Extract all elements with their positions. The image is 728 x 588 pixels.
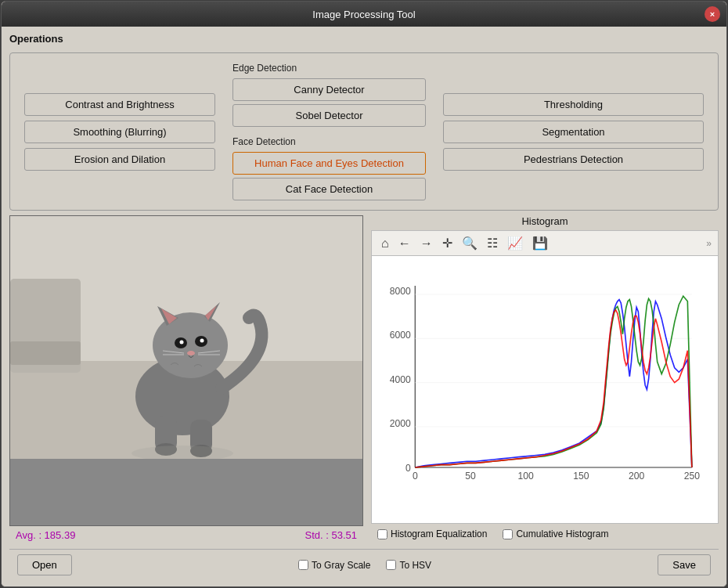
hist-chart-button[interactable]: 📈 — [504, 234, 526, 252]
svg-point-14 — [200, 339, 204, 343]
close-button[interactable]: × — [705, 6, 720, 22]
cat-face-button[interactable]: Cat Face Detection — [232, 178, 426, 200]
histogram-svg: 0 2000 4000 6000 8000 — [372, 256, 718, 523]
svg-point-13 — [180, 341, 184, 345]
histogram-toolbar: ⌂ ← → ✛ 🔍 ☷ 📈 💾 » — [371, 230, 719, 255]
hsv-option[interactable]: To HSV — [386, 560, 431, 571]
contrast-button[interactable]: Contrast and Brightness — [24, 93, 215, 116]
save-button[interactable]: Save — [658, 554, 711, 575]
std-stat: Std. : 53.51 — [305, 529, 358, 541]
footer-center: To Gray Scale To HSV — [80, 560, 651, 571]
hist-more: » — [706, 238, 712, 249]
svg-text:250: 250 — [684, 471, 701, 482]
window-title: Image Processing Tool — [312, 9, 415, 20]
cat-image-display — [10, 216, 362, 459]
histogram-label: Histogram — [371, 215, 719, 227]
svg-point-6 — [153, 312, 228, 378]
cat-svg — [10, 216, 362, 459]
hist-pan-button[interactable]: ✛ — [439, 234, 456, 252]
pedestrians-button[interactable]: Pedestrians Detection — [443, 148, 704, 171]
image-stats: Avg. : 185.39 Std. : 53.51 — [9, 526, 363, 544]
svg-text:50: 50 — [465, 471, 476, 482]
cumulative-option[interactable]: Cumulative Histogram — [503, 528, 608, 539]
hist-save-button[interactable]: 💾 — [529, 234, 551, 252]
histogram-section: Histogram ⌂ ← → ✛ 🔍 ☷ 📈 💾 » — [371, 215, 719, 544]
operations-label: Operations — [9, 33, 719, 45]
svg-text:200: 200 — [629, 471, 645, 482]
right-ops-column: Thresholding Segmentation Pedestrians De… — [437, 60, 710, 204]
hist-config-button[interactable]: ☷ — [484, 234, 501, 252]
smoothing-button[interactable]: Smoothing (Blurring) — [24, 121, 215, 143]
basic-ops-column: Contrast and Brightness Smoothing (Blurr… — [18, 60, 222, 204]
hsv-checkbox[interactable] — [386, 560, 396, 570]
equalization-option[interactable]: Histogram Equalization — [377, 528, 487, 539]
sobel-button[interactable]: Sobel Detector — [232, 104, 426, 127]
content-area: Operations Contrast and Brightness Smoot… — [2, 27, 726, 586]
cumulative-checkbox[interactable] — [503, 529, 513, 539]
canny-button[interactable]: Canny Detector — [232, 78, 426, 101]
svg-text:8000: 8000 — [390, 286, 411, 297]
svg-rect-4 — [10, 341, 81, 365]
image-section: Avg. : 185.39 Std. : 53.51 — [9, 215, 363, 544]
title-bar: Image Processing Tool × — [2, 2, 726, 27]
footer: Open To Gray Scale To HSV Save — [9, 549, 719, 580]
svg-rect-25 — [372, 277, 718, 502]
svg-text:0: 0 — [405, 463, 411, 474]
grayscale-checkbox[interactable] — [298, 560, 308, 570]
thresholding-button[interactable]: Thresholding — [443, 93, 704, 116]
histogram-chart: 0 2000 4000 6000 8000 — [371, 255, 719, 524]
detection-column: Edge Detection Canny Detector Sobel Dete… — [229, 60, 429, 204]
hist-forward-button[interactable]: → — [417, 235, 436, 252]
svg-text:6000: 6000 — [390, 330, 411, 341]
segmentation-button[interactable]: Segmentation — [443, 121, 704, 143]
edge-detection-label: Edge Detection — [232, 63, 426, 74]
svg-point-15 — [187, 351, 195, 355]
svg-text:0: 0 — [413, 471, 418, 482]
human-face-button[interactable]: Human Face and Eyes Detection — [232, 152, 426, 175]
hist-back-button[interactable]: ← — [395, 235, 414, 252]
erosion-button[interactable]: Erosion and Dilation — [24, 148, 215, 171]
avg-stat: Avg. : 185.39 — [16, 529, 75, 541]
face-detection-label: Face Detection — [232, 136, 426, 147]
svg-text:150: 150 — [573, 471, 589, 482]
svg-text:100: 100 — [518, 471, 535, 482]
hist-zoom-button[interactable]: 🔍 — [459, 234, 481, 252]
image-container — [9, 215, 363, 526]
hist-home-button[interactable]: ⌂ — [378, 235, 392, 252]
equalization-checkbox[interactable] — [377, 529, 387, 539]
operations-panel: Contrast and Brightness Smoothing (Blurr… — [9, 52, 719, 211]
grayscale-option[interactable]: To Gray Scale — [298, 560, 370, 571]
svg-text:4000: 4000 — [390, 374, 411, 385]
svg-text:2000: 2000 — [390, 418, 411, 429]
bottom-panel: Avg. : 185.39 Std. : 53.51 Histogram ⌂ ←… — [9, 215, 719, 544]
main-window: Image Processing Tool × Operations Contr… — [1, 1, 727, 587]
footer-right: Save — [658, 554, 711, 575]
footer-left: Open — [17, 554, 72, 575]
histogram-options: Histogram Equalization Cumulative Histog… — [371, 524, 719, 544]
open-button[interactable]: Open — [17, 554, 72, 575]
